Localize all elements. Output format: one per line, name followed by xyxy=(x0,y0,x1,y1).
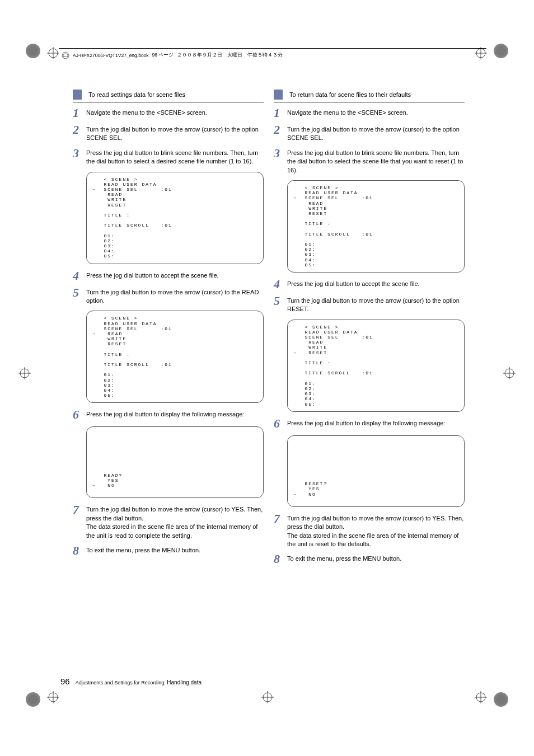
step-number: 5 xyxy=(274,295,287,307)
left-column: To read settings data for scene files 1N… xyxy=(73,90,264,571)
step-number: 6 xyxy=(73,408,86,421)
page-number: 96 xyxy=(60,677,70,686)
header-rule xyxy=(59,48,486,49)
header-date: ２００８年９月２日 火曜日 午後５時４３分 xyxy=(177,52,283,59)
right-step-6: Press the jog dial button to display the… xyxy=(287,419,465,428)
right-step-2: Turn the jog dial button to move the arr… xyxy=(287,125,465,143)
right-code-2: < SCENE > READ USER DATA SCENE SEL :01 R… xyxy=(287,320,465,412)
page-footer: 96 Adjustments and Settings for Recordin… xyxy=(60,677,202,686)
crosshair-icon xyxy=(475,47,487,59)
step-number: 7 xyxy=(274,513,287,525)
header-page: 96 ページ xyxy=(152,52,174,59)
step-number: 4 xyxy=(274,278,287,290)
right-step-3: Press the jog dial button to blink scene… xyxy=(287,148,465,175)
svg-point-15 xyxy=(476,693,485,702)
left-heading: To read settings data for scene files xyxy=(88,91,185,98)
left-code-3: READ? YES → NO xyxy=(86,426,264,498)
svg-point-9 xyxy=(505,369,514,378)
step-number: 3 xyxy=(73,147,86,159)
svg-point-12 xyxy=(49,693,58,702)
left-step-5: Turn the jog dial button to move the arr… xyxy=(86,288,264,306)
step-number: 1 xyxy=(73,107,86,119)
step-number: 5 xyxy=(73,287,86,299)
crosshair-icon xyxy=(18,367,31,379)
step-number: 3 xyxy=(274,147,287,159)
footer-section: Adjustments and Settings for Recording: xyxy=(76,680,166,685)
left-step-2: Turn the jog dial button to move the arr… xyxy=(86,125,264,143)
left-step-7: Turn the jog dial button to move the arr… xyxy=(86,505,264,540)
right-heading-row: To return data for scene files to their … xyxy=(274,90,465,102)
step-number: 2 xyxy=(274,124,287,136)
svg-point-3 xyxy=(476,49,485,58)
crosshair-icon xyxy=(261,691,274,703)
heading-marker-icon xyxy=(274,90,283,100)
step-number: 4 xyxy=(73,270,86,282)
step-number: 7 xyxy=(73,504,86,516)
svg-point-0 xyxy=(49,49,58,58)
heading-marker-icon xyxy=(73,90,82,100)
step-number: 8 xyxy=(274,553,287,565)
crosshair-icon xyxy=(475,691,487,703)
right-heading: To return data for scene files to their … xyxy=(289,91,411,98)
left-step-1: Navigate the menu to the <SCENE> screen. xyxy=(86,108,264,117)
svg-point-6 xyxy=(20,369,29,378)
left-step-8: To exit the menu, press the MENU button. xyxy=(86,546,264,555)
left-heading-row: To read settings data for scene files xyxy=(73,90,264,102)
step-number: 2 xyxy=(73,124,86,136)
print-header: AJ-HPX2700G-VQT1V27_eng.book 96 ページ ２００８… xyxy=(62,51,283,59)
crosshair-icon xyxy=(47,691,59,703)
step-number: 1 xyxy=(274,107,287,119)
left-step-4: Press the jog dial button to accept the … xyxy=(86,271,264,280)
step-number: 6 xyxy=(274,417,287,430)
right-code-1: < SCENE > READ USER DATA → SCENE SEL :01… xyxy=(287,180,465,273)
header-filename: AJ-HPX2700G-VQT1V27_eng.book xyxy=(73,53,149,58)
right-step-5: Turn the jog dial button to move the arr… xyxy=(287,296,465,314)
footer-subsection: Handling data xyxy=(167,679,202,685)
left-code-1: < SCENE > READ USER DATA → SCENE SEL :01… xyxy=(86,172,264,264)
book-icon xyxy=(62,51,69,59)
right-step-7: Turn the jog dial button to move the arr… xyxy=(287,514,465,549)
crosshair-icon xyxy=(503,367,516,379)
left-step-3: Press the jog dial button to blink scene… xyxy=(86,148,264,166)
right-step-8: To exit the menu, press the MENU button. xyxy=(287,554,465,563)
svg-point-18 xyxy=(263,693,272,702)
right-code-3: RESET? YES → NO xyxy=(287,435,465,507)
left-step-6: Press the jog dial button to display the… xyxy=(86,410,264,419)
step-number: 8 xyxy=(73,544,86,557)
right-column: To return data for scene files to their … xyxy=(274,90,465,571)
right-step-4: Press the jog dial button to accept the … xyxy=(287,279,465,288)
left-code-2: < SCENE > READ USER DATA SCENE SEL :01 →… xyxy=(86,311,264,403)
right-step-1: Navigate the menu to the <SCENE> screen. xyxy=(287,108,465,117)
crosshair-icon xyxy=(47,47,59,59)
